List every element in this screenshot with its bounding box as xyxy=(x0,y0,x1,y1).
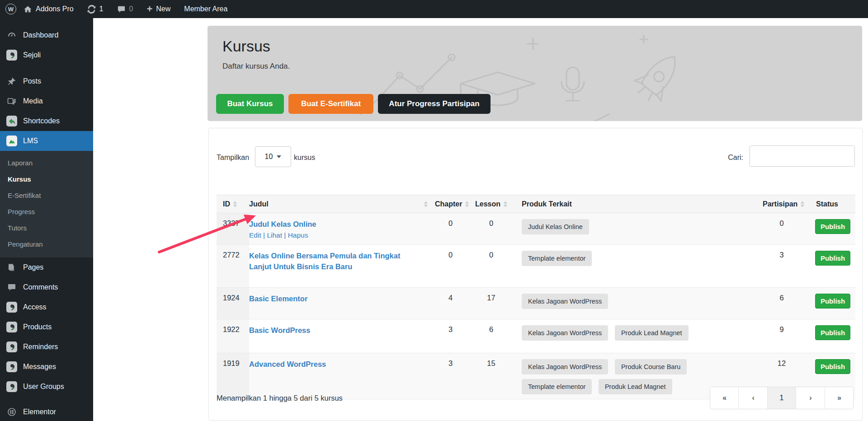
sidebar-item-label: Posts xyxy=(23,77,41,85)
submenu-item-e-sertifikat[interactable]: E-Sertifikat xyxy=(0,187,93,203)
course-title-link[interactable]: Basic WordPress xyxy=(249,325,310,336)
show-entries-label: Tampilkan xyxy=(217,154,249,162)
header-partisipan[interactable]: Partisipan xyxy=(759,195,804,213)
publish-status-button[interactable]: Publish xyxy=(815,294,850,309)
header-label: Lesson xyxy=(475,200,500,208)
sidebar-item-posts[interactable]: Posts xyxy=(0,71,93,91)
sidebar-item-access[interactable]: Access xyxy=(0,297,93,317)
updates-menu[interactable]: 1 xyxy=(87,5,104,14)
sidebar-item-products[interactable]: Products xyxy=(0,317,93,337)
cell-judul: Kelas Online Bersama Pemula dan Tingkat … xyxy=(249,245,431,288)
course-title-link[interactable]: Kelas Online Bersama Pemula dan Tingkat … xyxy=(249,251,403,272)
submenu-item-pengaturan[interactable]: Pengaturan xyxy=(0,236,93,252)
cell-id: 1922 xyxy=(217,319,249,353)
submenu-item-kursus[interactable]: Kursus xyxy=(0,171,93,187)
sidebar-item-dashboard[interactable]: Dashboard xyxy=(0,25,93,45)
sidebar-item-sejoli[interactable]: Sejoli xyxy=(0,45,93,65)
submenu-item-progress[interactable]: Progress xyxy=(0,203,93,220)
atur-progress-partisipan-button[interactable]: Atur Progress Partisipan xyxy=(378,94,491,114)
table-row: 1924 Basic Elementor 4 17 Kelas Jagoan W… xyxy=(217,288,855,319)
page-header-banner: Kursus Daftar kursus Anda. Buat Kursus B… xyxy=(208,26,862,121)
sidebar-item-label: Pages xyxy=(23,263,43,271)
header-chapter[interactable]: Chapter xyxy=(431,195,470,213)
produk-tag: Produk Lead Magnet xyxy=(599,379,672,394)
sidebar-item-comments[interactable]: Comments xyxy=(0,277,93,297)
page-title: Kursus xyxy=(222,37,270,55)
cell-judul: Basic Elementor xyxy=(249,288,431,319)
cell-produk: Template elementor xyxy=(513,245,759,288)
sidebar-item-elementor[interactable]: Elementor xyxy=(0,402,93,421)
pushpin-icon xyxy=(6,76,17,87)
header-id[interactable]: ID xyxy=(217,195,249,213)
submenu-label: Progress xyxy=(8,208,35,215)
course-title-link[interactable]: Judul Kelas Online xyxy=(249,219,316,230)
submenu-item-tutors[interactable]: Tutors xyxy=(0,220,93,236)
updates-icon xyxy=(87,5,96,14)
comments-menu[interactable]: 0 xyxy=(117,5,133,14)
sidebar-item-label: Sejoli xyxy=(23,51,41,59)
publish-status-button[interactable]: Publish xyxy=(815,219,850,234)
cell-produk: Judul Kelas Online xyxy=(513,213,759,245)
sejoli-logo-icon xyxy=(6,302,17,313)
publish-status-button[interactable]: Publish xyxy=(815,325,850,340)
produk-tag: Kelas Jagoan WordPress xyxy=(522,359,608,374)
course-title-link[interactable]: Advanced WordPress xyxy=(249,359,326,370)
cell-produk: Kelas Jagoan WordPress Produk Lead Magne… xyxy=(513,319,759,353)
submenu-item-laporan[interactable]: Laporan xyxy=(0,154,93,171)
sejoli-logo-icon xyxy=(6,361,17,372)
main-content: Kursus Daftar kursus Anda. Buat Kursus B… xyxy=(93,18,868,421)
cell-lesson: 15 xyxy=(470,353,513,399)
next-page-button[interactable]: › xyxy=(796,387,824,409)
sidebar-item-label: Elementor xyxy=(23,408,56,416)
sidebar-item-label: Reminders xyxy=(23,343,58,351)
edit-link[interactable]: Edit xyxy=(249,231,261,239)
publish-status-button[interactable]: Publish xyxy=(815,251,850,266)
cell-lesson: 0 xyxy=(470,213,513,245)
cell-chapter: 3 xyxy=(431,319,470,353)
sidebar-item-user-groups[interactable]: User Groups xyxy=(0,377,93,397)
cell-judul: Basic WordPress xyxy=(249,319,431,353)
submenu-label: Pengaturan xyxy=(8,240,43,248)
sidebar-item-reminders[interactable]: Reminders xyxy=(0,337,93,357)
sidebar-item-shortcodes[interactable]: Shortcodes xyxy=(0,111,93,131)
course-title-link[interactable]: Basic Elementor xyxy=(249,294,307,304)
last-page-button[interactable]: » xyxy=(825,387,853,409)
cell-lesson: 6 xyxy=(470,319,513,353)
site-name-menu[interactable]: Addons Pro xyxy=(24,5,74,14)
prev-page-button[interactable]: ‹ xyxy=(738,387,767,409)
sidebar-item-pages[interactable]: Pages xyxy=(0,257,93,277)
sidebar-item-label: Products xyxy=(23,323,52,331)
header-lesson[interactable]: Lesson xyxy=(470,195,513,213)
cell-status: Publish xyxy=(804,245,855,288)
lms-submenu: Laporan Kursus E-Sertifikat Progress Tut… xyxy=(0,151,93,257)
buat-e-sertifikat-button[interactable]: Buat E-Sertifikat xyxy=(288,94,373,114)
plus-icon: + xyxy=(146,5,152,13)
produk-tag: Kelas Jagoan WordPress xyxy=(522,294,608,309)
page-number-button[interactable]: 1 xyxy=(767,387,796,409)
pages-icon xyxy=(6,262,17,273)
search-input[interactable] xyxy=(750,145,855,167)
search-label: Cari: xyxy=(728,154,743,162)
first-page-button[interactable]: « xyxy=(710,387,738,409)
produk-tag: Kelas Jagoan WordPress xyxy=(522,325,608,341)
sejoli-logo-icon xyxy=(6,50,17,61)
header-label: Partisipan xyxy=(763,200,797,208)
page-size-select[interactable]: 10 xyxy=(255,146,291,167)
publish-status-button[interactable]: Publish xyxy=(815,359,850,374)
new-menu[interactable]: + New xyxy=(146,5,170,13)
sidebar-item-lms[interactable]: LMS xyxy=(0,131,93,151)
header-judul[interactable]: Judul xyxy=(249,195,431,213)
wordpress-logo-icon[interactable]: W xyxy=(5,4,16,14)
cell-id: 2772 xyxy=(217,245,249,288)
member-area-menu[interactable]: Member Area xyxy=(184,5,227,13)
shortcodes-icon xyxy=(6,116,17,126)
produk-tag: Template elementor xyxy=(522,379,592,394)
submenu-label: Tutors xyxy=(8,224,27,232)
sidebar-item-messages[interactable]: Messages xyxy=(0,357,93,377)
sidebar-item-media[interactable]: Media xyxy=(0,91,93,111)
table-row: 3337 Judul Kelas Online Edit | Lihat | H… xyxy=(217,213,855,245)
table-header-row: ID Judul Chapter Lesson xyxy=(217,195,855,213)
hapus-link[interactable]: Hapus xyxy=(288,231,308,239)
buat-kursus-button[interactable]: Buat Kursus xyxy=(216,94,284,114)
lihat-link[interactable]: Lihat xyxy=(267,231,282,239)
